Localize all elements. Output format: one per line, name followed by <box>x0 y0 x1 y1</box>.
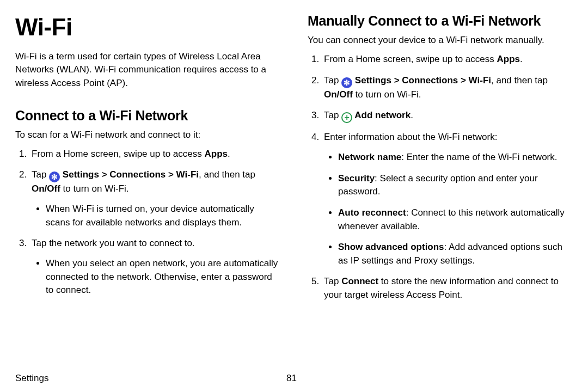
connect-steps: From a Home screen, swipe up to access A… <box>15 148 280 297</box>
list-item: When Wi-Fi is turned on, your device aut… <box>46 203 280 229</box>
text: . <box>520 54 523 64</box>
text: Tap <box>324 276 341 286</box>
list-item: Network name: Enter the name of the Wi-F… <box>338 151 573 164</box>
text-bold: Add network <box>352 110 411 120</box>
text-bold: Network name <box>338 152 401 162</box>
connect-lead: To scan for a Wi-Fi network and connect … <box>15 128 280 142</box>
list-item: Tap ✻ Settings > Connections > Wi-Fi, an… <box>322 74 573 102</box>
settings-icon: ✻ <box>49 171 60 182</box>
text-bold: Auto reconnect <box>338 207 406 218</box>
text: Tap <box>32 169 49 180</box>
add-icon: + <box>341 112 352 123</box>
text: Enter information about the Wi-Fi networ… <box>324 132 497 142</box>
text-bold: Security <box>338 173 375 183</box>
list-item: From a Home screen, swipe up to access A… <box>29 148 280 161</box>
text: , and then tap <box>491 75 548 85</box>
text-bold: Settings > Connections > Wi-Fi <box>60 169 199 180</box>
manual-heading: Manually Connect to a Wi-Fi Network <box>308 11 573 30</box>
text-bold: On/Off <box>32 183 60 194</box>
text: From a Home screen, swipe up to access <box>32 149 204 159</box>
list-item: Auto reconnect: Connect to this network … <box>338 206 573 233</box>
intro-paragraph: Wi-Fi is a term used for certain types o… <box>15 50 280 90</box>
list-item: Tap + Add network. <box>322 109 573 123</box>
list-item: Tap the network you want to connect to. … <box>29 237 280 297</box>
text: , and then tap <box>199 169 255 180</box>
text-bold: Settings > Connections > Wi-Fi <box>352 75 491 85</box>
text: Tap <box>324 110 341 120</box>
text: : Enter the name of the Wi-Fi network. <box>401 152 557 162</box>
text: From a Home screen, swipe up to access <box>324 54 497 64</box>
connect-heading: Connect to a Wi-Fi Network <box>15 106 280 125</box>
text-bold: Show advanced options <box>338 242 444 252</box>
text: to turn on Wi-Fi. <box>60 183 129 194</box>
list-item: Enter information about the Wi-Fi networ… <box>322 131 573 267</box>
text-bold: Connect <box>341 276 378 286</box>
footer-section: Settings <box>15 372 48 385</box>
text: . <box>228 149 230 159</box>
text-bold: On/Off <box>324 89 353 100</box>
list-item: When you select an open network, you are… <box>46 257 280 297</box>
text: . <box>411 110 413 120</box>
page-number: 81 <box>286 372 297 385</box>
manual-steps: From a Home screen, swipe up to access A… <box>308 53 573 302</box>
list-item: Tap Connect to store the new information… <box>322 275 573 302</box>
list-item: From a Home screen, swipe up to access A… <box>322 53 573 66</box>
text-bold: Apps <box>204 149 228 159</box>
page-title: Wi-Fi <box>15 10 280 45</box>
list-item: Security: Select a security option and e… <box>338 172 573 199</box>
list-item: Show advanced options: Add advanced opti… <box>338 241 573 267</box>
list-item: Tap ✻ Settings > Connections > Wi-Fi, an… <box>29 168 280 229</box>
text: Tap the network you want to connect to. <box>32 238 195 248</box>
manual-lead: You can connect your device to a Wi-Fi n… <box>308 34 573 47</box>
text: Tap <box>324 75 341 85</box>
text-bold: Apps <box>497 54 520 64</box>
text: to turn on Wi-Fi. <box>353 89 421 100</box>
settings-icon: ✻ <box>341 77 352 88</box>
